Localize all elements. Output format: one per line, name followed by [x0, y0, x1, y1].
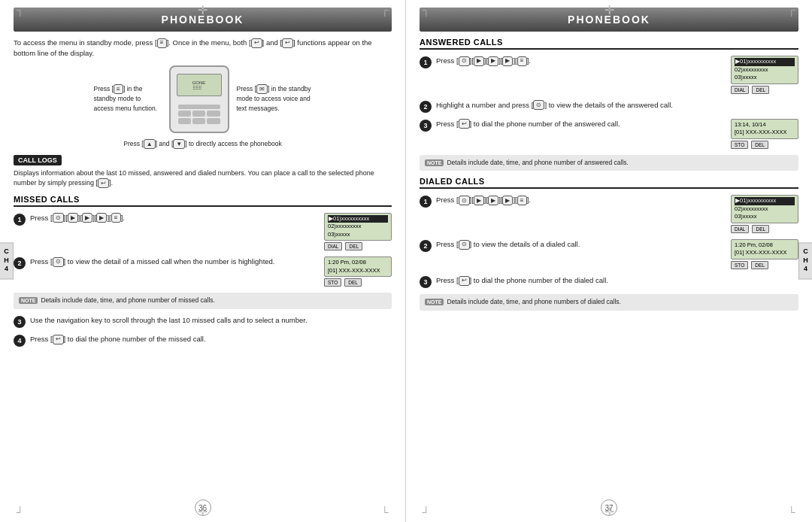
- ans-step-1-content: Press [⊙][▶][▶][▶][≡]. ▶01)xxxxxxxxxx 02…: [436, 56, 798, 94]
- ans-sto-btn: STO: [731, 141, 748, 149]
- diagram-label-bottom: Press [▲] and [▼] to directly access the…: [14, 139, 392, 149]
- diag-key-down: ▼: [173, 139, 185, 149]
- dial-disp2-line2: [01] XXX-XXX-XXXX: [735, 249, 795, 257]
- page-container: ┐ ┌ ✛ C H 4 PHONEBOOK To access the menu…: [0, 0, 812, 522]
- missed-step-4: 4 Press [↩] to dial the phone number of …: [14, 334, 392, 347]
- step-2-display: 1:20 Pm, 02/08 [01] XXX-XXX-XXXX STO DEL: [324, 256, 392, 287]
- phone-key-4: [178, 118, 191, 124]
- ans-step-1-text: Press [⊙][▶][▶][▶][≡].: [436, 56, 725, 66]
- corner-mark-br-r: └: [788, 507, 795, 517]
- ans-mini-buttons-1: DIAL DEL: [731, 86, 798, 94]
- answered-note: NOTE Details include date, time, and pho…: [420, 155, 798, 171]
- note-badge-1: NOTE: [19, 297, 38, 304]
- step-1-content: Press [⊙][▶][▶][▶][≡]. ▶01)xxxxxxxxxx 02…: [30, 213, 392, 251]
- ch-tab-right: C H 4: [798, 242, 812, 279]
- dialed-note: NOTE Details include date, time, and pho…: [420, 294, 798, 311]
- answered-calls-title: ANSWERED CALLS: [420, 38, 798, 50]
- corner-mark-bl-r: ┘: [423, 507, 430, 517]
- dial-step-2-text: Press [⊙] to view the details of a diale…: [436, 239, 725, 250]
- cross-bottom-left: ✛: [198, 505, 208, 519]
- dk1: ⊙: [459, 196, 470, 205]
- ans-step-3-text: Press [↩] to dial the phone number of th…: [436, 119, 725, 129]
- phone-image: GONE⠿⠿⠿: [169, 65, 229, 133]
- fn-key-icon: ↩: [251, 38, 262, 48]
- dial-mini-buttons-1: DIAL DEL: [731, 225, 798, 233]
- dial-mini-buttons-2: STO DEL: [731, 261, 798, 269]
- phone-screen: GONE⠿⠿⠿: [177, 74, 222, 96]
- dial-disp1-line3: 03)xxxxx: [735, 213, 795, 221]
- dial-step-3-num: 3: [420, 276, 432, 288]
- dk5: ≡: [517, 196, 527, 205]
- del-btn-1: DEL: [345, 242, 362, 250]
- dial-step-1-text: Press [⊙][▶][▶][▶][≡].: [436, 195, 725, 205]
- call-logs-text: Displays information about the last 10 m…: [14, 168, 392, 189]
- ans-dial-btn: DIAL: [731, 86, 749, 94]
- dial-step-2-content: Press [⊙] to view the details of a diale…: [436, 239, 798, 269]
- mini-display-buttons-1: DIAL DEL: [324, 242, 392, 250]
- call-logs-badge: CALL LOGS: [14, 155, 62, 165]
- answered-step-3: 3 Press [↩] to dial the phone number of …: [420, 119, 798, 149]
- phone-key-2: [192, 111, 205, 117]
- note-text-2: Details include date, time, and phone nu…: [447, 159, 628, 168]
- phone-key-1: [178, 111, 191, 117]
- ak4: ▶: [502, 56, 513, 66]
- del-btn-2: DEL: [344, 278, 362, 287]
- phone-keypad: [178, 105, 220, 124]
- dk2: ▶: [474, 196, 484, 205]
- ans-mini-display-1: ▶01)xxxxxxxxxx 02)xxxxxxxxx 03)xxxxx: [731, 56, 798, 84]
- dial-step-1-display: ▶01)xxxxxxxxxx 02)xxxxxxxxx 03)xxxxx DIA…: [731, 195, 798, 233]
- ans-del-btn: DEL: [752, 86, 769, 94]
- s1k4: ▶: [96, 213, 107, 223]
- dial-del-btn-2: DEL: [751, 261, 768, 269]
- dial-step-3-text: Press [↩] to dial the phone number of th…: [436, 275, 798, 286]
- note-text-3: Details include date, time, and phone nu…: [447, 298, 621, 307]
- s2k1: ⊙: [53, 257, 64, 267]
- note-badge-3: NOTE: [425, 299, 444, 305]
- dial-del-btn: DEL: [752, 225, 769, 233]
- diag-key-up: ▲: [144, 139, 156, 149]
- missed-calls-title: MISSED CALLS: [14, 195, 392, 207]
- display-line-1: ▶01)xxxxxxxxxx: [328, 215, 388, 223]
- step-1-number: 1: [14, 214, 26, 226]
- missed-step-3: 3 Use the navigation key to scroll throu…: [14, 315, 392, 328]
- corner-mark-tl-r: ┐: [423, 5, 430, 15]
- diagram-label-right: Press [✉] in the standby mode to access …: [237, 84, 312, 114]
- diagram-label-left: Press [≡] in the standby mode to access …: [94, 84, 162, 114]
- corner-mark-tl: ┐: [17, 5, 24, 15]
- ch-tab-left: C H 4: [0, 242, 14, 279]
- display-line-2: 02)xxxxxxxxx: [328, 223, 388, 231]
- ak-dial: ↩: [459, 119, 470, 129]
- ans-step-2-text: Highlight a number and press [⊙] to view…: [436, 100, 798, 111]
- dk4: ▶: [502, 196, 513, 205]
- dial-step-1-content: Press [⊙][▶][▶][▶][≡]. ▶01)xxxxxxxxxx 02…: [436, 195, 798, 233]
- diag-key1: ≡: [114, 84, 123, 94]
- fn-key2-icon: ↩: [282, 38, 293, 48]
- dial-mini-display-1: ▶01)xxxxxxxxxx 02)xxxxxxxxx 03)xxxxx: [731, 195, 798, 223]
- step-1-text: Press [⊙][▶][▶][▶][≡].: [30, 213, 318, 223]
- intro-text: To access the menu in standby mode, pres…: [14, 38, 392, 59]
- dialed-step-3: 3 Press [↩] to dial the phone number of …: [420, 275, 798, 288]
- mini-display-buttons-2: STO DEL: [324, 278, 392, 287]
- dk3: ▶: [488, 196, 498, 205]
- display-line-3: 03)xxxxx: [328, 231, 388, 239]
- answered-step-2: 2 Highlight a number and press [⊙] to vi…: [420, 100, 798, 113]
- ans-mini-display-3: 13:14, 10/14 [01] XXX-XXX-XXXX: [731, 119, 798, 139]
- phone-key-wide: [178, 105, 220, 109]
- dial-sto-btn: STO: [731, 261, 748, 269]
- note-badge-2: NOTE: [425, 159, 444, 166]
- cross-top-right: ✛: [604, 3, 614, 17]
- ans-del-btn-3: DEL: [751, 141, 768, 149]
- missed-calls-note: NOTE Details include date, time, and pho…: [14, 293, 392, 309]
- dial-step-2-display: 1:20 Pm, 02/08 [01] XXX-XXX-XXXX STO DEL: [731, 239, 798, 269]
- answered-step-1: 1 Press [⊙][▶][▶][▶][≡]. ▶01)xxxxxxxxxx …: [420, 56, 798, 94]
- dial-step-2-num: 2: [420, 240, 432, 252]
- s1k2: ▶: [68, 213, 78, 223]
- step-1-display: ▶01)xxxxxxxxxx 02)xxxxxxxxx 03)xxxxx DIA…: [324, 213, 392, 251]
- dial-step-1-num: 1: [420, 196, 432, 208]
- mini-display-1: ▶01)xxxxxxxxxx 02)xxxxxxxxx 03)xxxxx: [324, 213, 392, 241]
- dial-disp2-line1: 1:20 Pm, 02/08: [735, 241, 795, 250]
- missed-step-2: 2 Press [⊙] to view the detail of a miss…: [14, 256, 392, 287]
- cross-bottom-right: ✛: [604, 505, 614, 519]
- dial-disp1-line1: ▶01)xxxxxxxxxx: [735, 197, 795, 205]
- cross-top-left: ✛: [198, 3, 208, 17]
